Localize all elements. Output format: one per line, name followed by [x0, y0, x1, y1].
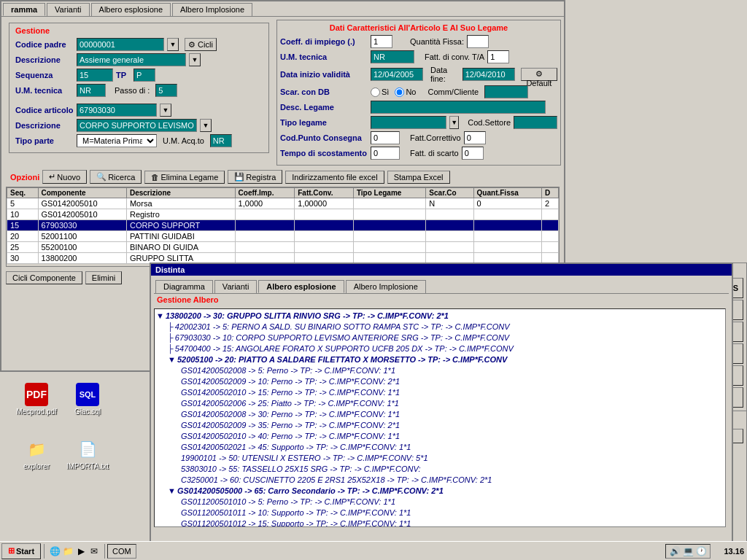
tree-line[interactable]: GS014200502009 -> 10: Perno -> TP: -> C.…	[156, 376, 724, 387]
ricerca-btn[interactable]: 🔍 Ricerca	[90, 170, 142, 184]
um-acqto-input[interactable]	[210, 134, 232, 147]
desktop-icon-importa[interactable]: 📄 IMPORTA.txt	[66, 438, 109, 470]
descrizione-input[interactable]	[77, 53, 186, 66]
tab-diagramma[interactable]: Diagramma	[155, 280, 213, 293]
stampa-btn[interactable]: Stampa Excel	[387, 171, 450, 184]
cicli-btn[interactable]: ⚙ Cicli	[185, 38, 217, 51]
table-row[interactable]: 10GS0142005010Registro	[7, 209, 559, 220]
radio-si[interactable]: Sì	[371, 88, 389, 97]
data-inizio-input[interactable]	[371, 68, 423, 81]
sequenza-input[interactable]	[77, 69, 113, 82]
mail-icon[interactable]: ✉	[88, 545, 100, 557]
radio-no[interactable]: No	[395, 88, 416, 97]
tree-line-text: 53803010 -> 55: TASSELLO 25X15 SRG -> TP…	[181, 464, 421, 475]
desc-legame-input[interactable]	[371, 101, 546, 114]
ie-icon[interactable]: 🌐	[49, 545, 61, 557]
tab-albero-implosione[interactable]: Albero Implosione	[172, 3, 252, 16]
descrizione2-dropdown[interactable]: ▼	[200, 119, 212, 132]
um-tecnica-input[interactable]	[77, 84, 106, 97]
tree-line[interactable]: GS011200501012 -> 15: Supporto -> TP: ->…	[156, 518, 724, 527]
media-icon[interactable]: ▶	[75, 545, 87, 557]
tree-indent	[156, 322, 168, 332]
nuovo-btn[interactable]: ↵ Nuovo	[42, 170, 87, 184]
tempo-scostamento-input[interactable]	[371, 147, 400, 160]
desktop-icon-mecprod[interactable]: PDF Mecprod.pdf	[15, 383, 58, 416]
tree-collapse-icon[interactable]: ▼	[168, 354, 176, 365]
tipo-legame-dropdown[interactable]: ▼	[449, 116, 459, 129]
table-row[interactable]: 5GS0142005010Morsa1,00001,00000N02	[7, 198, 559, 209]
tree-collapse-icon[interactable]: ▼	[156, 311, 164, 322]
start-btn[interactable]: ⊞ Start	[1, 543, 41, 559]
tree-line[interactable]: ▼13800200 -> 30: GRUPPO SLITTA RINVIO SR…	[156, 311, 724, 322]
indir-btn[interactable]: Indirizzamento file excel	[285, 171, 384, 184]
gestione-section: Gestione Codice padre ▼ ⚙ Cicli Descrizi…	[9, 23, 269, 153]
tipo-legame-input[interactable]	[371, 116, 446, 129]
tree-line[interactable]: GS014200502009 -> 35: Perno -> TP: -> C.…	[156, 420, 724, 431]
tree-line[interactable]: ▼GS014200505000 -> 65: Carro Secondario …	[156, 486, 724, 497]
tree-container[interactable]: ▼13800200 -> 30: GRUPPO SLITTA RINVIO SR…	[154, 308, 726, 527]
tray-icon-3[interactable]: 🕐	[695, 545, 707, 557]
registra-btn[interactable]: 💾 Registra	[228, 170, 282, 184]
table-row[interactable]: 1567903030CORPO SUPPORT	[7, 220, 559, 231]
tree-line[interactable]: GS011200501011 -> 10: Supporto -> TP: ->…	[156, 508, 724, 518]
tree-line[interactable]: 19900101 -> 50: UTENSILI X ESTERO -> TP:…	[156, 453, 724, 464]
fatt-conv-input[interactable]	[487, 50, 509, 63]
tree-line[interactable]: ├67903030 -> 10: CORPO SUPPORTO LEVISMO …	[156, 332, 724, 343]
tab-varianti[interactable]: Varianti	[47, 3, 89, 16]
taskbar-com-task[interactable]: COM	[107, 544, 136, 559]
comm-cliente-input[interactable]	[484, 85, 528, 98]
codice-padre-input[interactable]	[77, 38, 164, 51]
desktop-icon-explorer[interactable]: 📁 explorer	[15, 438, 58, 470]
data-fine-input[interactable]	[462, 68, 515, 81]
tree-line[interactable]: GS014200502006 -> 25: Piatto -> TP: -> C…	[156, 398, 724, 409]
um-tecnica2-input[interactable]	[371, 50, 414, 63]
tree-collapse-icon[interactable]: ├	[168, 343, 174, 354]
tree-collapse-icon[interactable]: ├	[168, 332, 174, 343]
coeff-impiego-input[interactable]	[371, 35, 392, 48]
tree-line[interactable]: GS014200502010 -> 40: Perno -> TP: -> C.…	[156, 431, 724, 442]
tab-albero-imp2[interactable]: Albero Implosione	[346, 280, 426, 293]
tree-line[interactable]: C3250001 -> 60: CUSCINETTO 2205 E 2RS1 2…	[156, 475, 724, 486]
codice-articolo-input[interactable]	[77, 104, 157, 117]
tree-collapse-icon[interactable]: ├	[168, 322, 174, 332]
descrizione-dropdown[interactable]: ▼	[189, 53, 201, 66]
gestione-albero-title: Gestione Albero	[154, 294, 729, 306]
tree-line[interactable]: ├54700400 -> 15: ANGOLARE FORATO X SUPPO…	[156, 343, 724, 354]
tree-line[interactable]: GS014200502021 -> 45: Supporto -> TP: ->…	[156, 442, 724, 453]
folder-icon[interactable]: 📁	[62, 545, 74, 557]
tree-line[interactable]: GS011200501010 -> 5: Perno -> TP: -> C.I…	[156, 497, 724, 508]
fatt-scarto-input[interactable]	[462, 147, 484, 160]
fatt-correttivo-input[interactable]	[464, 131, 486, 144]
tree-collapse-icon[interactable]: ▼	[168, 486, 176, 497]
tray-icon-2[interactable]: 💻	[682, 545, 694, 557]
tipo-parte-select[interactable]: M=Materia Prima	[77, 134, 157, 147]
tab-ramma[interactable]: ramma	[3, 3, 45, 16]
cod-settore-input[interactable]	[514, 116, 557, 129]
descrizione2-input[interactable]	[77, 119, 197, 132]
quantita-fissa-input[interactable]	[467, 35, 489, 48]
tree-line[interactable]: GS014200502008 -> 5: Perno -> TP: -> C.I…	[156, 365, 724, 376]
tree-indent	[156, 343, 168, 354]
codice-padre-dropdown[interactable]: ▼	[167, 38, 179, 51]
tp-input[interactable]	[133, 69, 155, 82]
elimina-comp-btn[interactable]: Elimini	[85, 271, 122, 284]
tree-line[interactable]: ├42002301 -> 5: PERNO A SALD. SU BINARIO…	[156, 322, 724, 332]
table-row[interactable]: 2052001100PATTINI GUIDABI	[7, 231, 559, 242]
table-row[interactable]: 2555200100BINARO DI GUIDA	[7, 242, 559, 253]
tree-line[interactable]: GS014200502010 -> 15: Perno -> TP: -> C.…	[156, 387, 724, 398]
tab-albero-esp2[interactable]: Albero esplosione	[258, 280, 344, 293]
elimina-legame-btn[interactable]: 🗑 Elimina Legame	[144, 171, 225, 184]
codice-articolo-dropdown[interactable]: ▼	[160, 104, 171, 117]
tree-line[interactable]: GS014200502008 -> 30: Perno -> TP: -> C.…	[156, 409, 724, 420]
default-btn[interactable]: ⚙ Default	[521, 68, 557, 81]
tray-icon-1[interactable]: 🔊	[669, 545, 681, 557]
tab-varianti2[interactable]: Varianti	[214, 280, 257, 293]
desktop-icon-giac[interactable]: SQL Giac.sql	[66, 383, 109, 416]
tree-indent	[168, 409, 179, 420]
passo-di-input[interactable]	[155, 84, 177, 97]
cicli-componente-btn[interactable]: Cicli Componente	[6, 271, 82, 284]
cod-punto-input[interactable]	[371, 131, 400, 144]
tree-line[interactable]: 53803010 -> 55: TASSELLO 25X15 SRG -> TP…	[156, 464, 724, 475]
tab-albero-esplosione[interactable]: Albero esplosione	[91, 3, 171, 16]
tree-line[interactable]: ▼52005100 -> 20: PIATTO A SALDARE FILETT…	[156, 354, 724, 365]
